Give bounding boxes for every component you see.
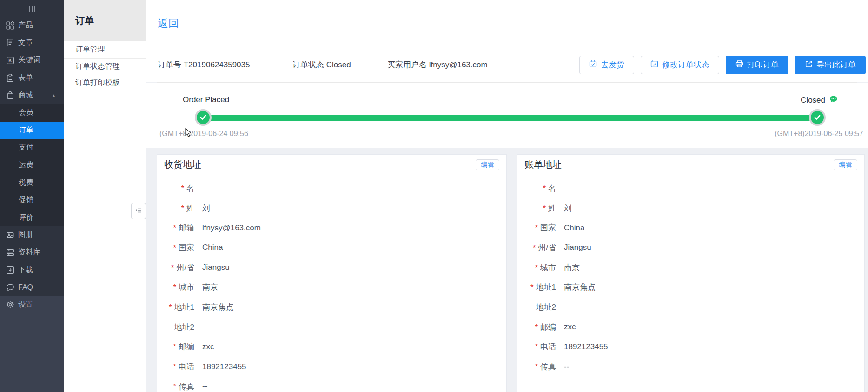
button-label: 打印订单 (747, 59, 779, 70)
required-asterisk: * (173, 283, 176, 292)
billing-panel-header: 账单地址 编辑 (517, 155, 864, 175)
address-field-row: *邮编zxc (157, 337, 506, 357)
shipping-panel-header: 收货地址 编辑 (157, 155, 506, 175)
sidebar-item-members[interactable]: 会员 (0, 104, 64, 122)
print-button[interactable]: 打印订单 (726, 56, 788, 74)
sidebar-item-label: 资料库 (18, 248, 40, 257)
sidebar-item-orders[interactable]: 订单 (0, 122, 64, 139)
field-label: *邮箱 (157, 222, 194, 233)
sidebar-item-label: 表单 (18, 73, 33, 83)
order-number-value: T20190624359035 (184, 60, 250, 69)
sidebar-menu: 产品文章K关键词表单商城▲会员订单支付运费税费促销评价图册资料库下载FAQ (0, 17, 64, 296)
subnav-title: 订单 (64, 0, 146, 41)
sidebar-item-tax[interactable]: 税费 (0, 174, 64, 191)
field-value: 刘 (202, 203, 210, 214)
shipping-fields: *名*姓刘*邮箱lfnysy@163.com*国家China*州/省Jiangs… (157, 175, 506, 392)
main-sidebar: 产品文章K关键词表单商城▲会员订单支付运费税费促销评价图册资料库下载FAQ 设置 (0, 0, 64, 392)
sidebar-item-forms[interactable]: 表单 (0, 69, 64, 87)
sidebar-item-download[interactable]: 下载 (0, 261, 64, 279)
billing-edit-button[interactable]: 编辑 (834, 159, 857, 170)
sidebar-item-gallery[interactable]: 图册 (0, 226, 64, 244)
field-label: *姓 (157, 203, 194, 214)
field-label: *国家 (517, 222, 556, 233)
subnav-item-order-management[interactable]: 订单管理 (64, 41, 146, 59)
subnav-toggle-button[interactable] (131, 203, 146, 219)
sidebar-item-faq[interactable]: FAQ (0, 279, 64, 296)
sidebar-item-products[interactable]: 产品 (0, 17, 64, 34)
products-icon (6, 21, 14, 30)
forms-icon (6, 74, 14, 82)
address-field-row: *名 (517, 178, 864, 198)
modify-status-button[interactable]: 修改订单状态 (641, 56, 719, 74)
field-value: zxc (564, 322, 576, 332)
sidebar-item-settings[interactable]: 设置 (0, 296, 64, 314)
collapse-panel-icon (135, 207, 142, 216)
field-label: *国家 (157, 242, 194, 253)
address-field-row: *国家China (517, 218, 864, 238)
sidebar-item-label: 评价 (19, 213, 33, 222)
shipping-edit-button[interactable]: 编辑 (476, 159, 499, 170)
field-value: Jiangsu (564, 243, 591, 252)
back-link[interactable]: 返回 (158, 16, 179, 31)
required-asterisk: * (543, 184, 546, 193)
shipping-address-panel: 收货地址 编辑 *名*姓刘*邮箱lfnysy@163.com*国家China*州… (157, 154, 507, 392)
subnav-item-order-status-management[interactable]: 订单状态管理 (64, 59, 146, 75)
billing-fields: *名*姓刘*国家China*州/省Jiangsu*城市南京*地址1南京焦点地址2… (517, 175, 864, 377)
sidebar-item-label: 下载 (18, 265, 33, 275)
sidebar-item-label: 文章 (18, 38, 33, 48)
field-label: *州/省 (157, 262, 194, 273)
address-field-row: 地址2 (517, 297, 864, 317)
field-value: Jiangsu (202, 263, 230, 272)
sidebar-item-label: 订单 (19, 125, 33, 135)
buyer-username: 买家用户名 lfnysy@163.com (387, 59, 488, 70)
sidebar-item-label: FAQ (18, 283, 33, 292)
required-asterisk: * (173, 223, 176, 232)
sidebar-collapse-icon[interactable] (0, 0, 64, 17)
sidebar-item-label: 会员 (19, 108, 33, 118)
address-field-row: *姓刘 (157, 198, 506, 218)
address-field-row: *州/省Jiangsu (517, 238, 864, 258)
field-label: *邮编 (517, 322, 556, 333)
sidebar-item-label: 产品 (18, 20, 33, 30)
sidebar-item-keywords[interactable]: K关键词 (0, 52, 64, 69)
buyer-username-label: 买家用户名 (387, 60, 427, 69)
sidebar-bottom: 设置 (0, 296, 64, 392)
sidebar-item-label: 商城 (18, 91, 33, 100)
sidebar-item-reviews[interactable]: 评价 (0, 209, 64, 227)
mall-icon (6, 91, 14, 99)
address-field-row: *国家China (157, 238, 506, 258)
timeline-end-time: (GMT+8)2019-06-25 09:57 (775, 130, 863, 138)
subnav-item-order-print-template[interactable]: 订单打印模板 (64, 75, 146, 91)
export-icon (805, 60, 813, 70)
required-asterisk: * (535, 323, 538, 332)
required-asterisk: * (173, 382, 176, 391)
order-subnav: 订单 订单管理订单状态管理订单打印模板 (64, 0, 146, 392)
sidebar-item-library[interactable]: 资料库 (0, 244, 64, 261)
ship-button[interactable]: 去发货 (579, 56, 634, 74)
order-number-label: 订单号 (158, 60, 181, 69)
sidebar-item-mall[interactable]: 商城▲ (0, 86, 64, 104)
order-number: 订单号 T20190624359035 (158, 59, 292, 70)
field-value: lfnysy@163.com (202, 223, 261, 233)
timeline-end-group: Closed (801, 95, 838, 105)
field-label: *名 (517, 183, 556, 194)
field-value: -- (564, 362, 569, 372)
sidebar-item-articles[interactable]: 文章 (0, 34, 64, 52)
sidebar-item-payment[interactable]: 支付 (0, 139, 64, 157)
sidebar-item-promotion[interactable]: 促销 (0, 191, 64, 209)
billing-address-panel: 账单地址 编辑 *名*姓刘*国家China*州/省Jiangsu*城市南京*地址… (517, 154, 865, 392)
required-asterisk: * (171, 263, 174, 272)
library-icon (6, 248, 14, 257)
field-label: *邮编 (157, 341, 194, 352)
field-value: 南京焦点 (564, 282, 596, 293)
address-field-row: *传真-- (157, 377, 506, 392)
address-field-row: *地址1南京焦点 (517, 277, 864, 297)
required-asterisk: * (533, 243, 536, 252)
comment-badge-icon[interactable] (829, 95, 838, 105)
sidebar-item-label: 图册 (18, 230, 33, 240)
export-button[interactable]: 导出此订单 (795, 56, 866, 74)
field-label: 地址2 (157, 322, 194, 333)
buyer-username-value: lfnysy@163.com (429, 60, 488, 69)
field-label: *城市 (517, 262, 556, 273)
sidebar-item-shipping-fee[interactable]: 运费 (0, 157, 64, 174)
